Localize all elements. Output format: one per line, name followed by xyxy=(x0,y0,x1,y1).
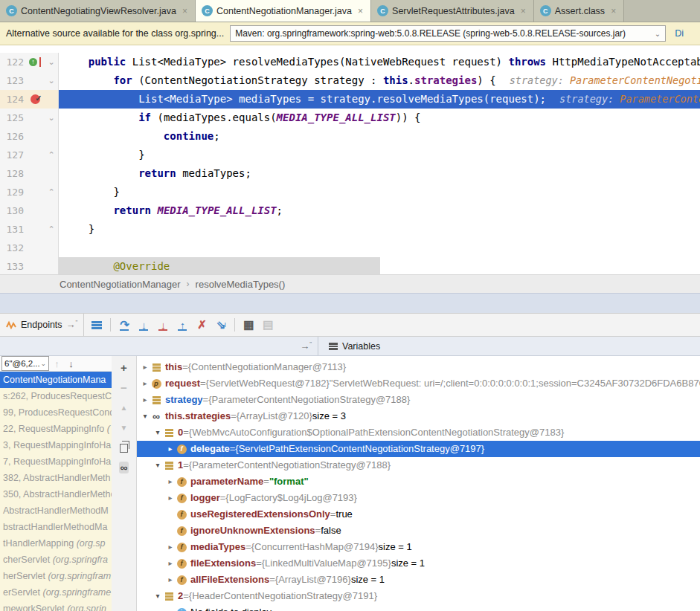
remove-watch-icon[interactable]: − xyxy=(117,381,132,394)
code-line[interactable]: 131⌃ } xyxy=(0,220,700,239)
close-tab-icon[interactable]: × xyxy=(521,6,526,16)
show-execution-point-icon[interactable] xyxy=(89,317,105,333)
code-line[interactable]: 125⌄ if (mediaTypes.equals(MEDIA_TYPE_AL… xyxy=(0,109,700,127)
stack-frame-row[interactable]: meworkServlet (org.sprin xyxy=(0,601,112,611)
variable-row[interactable]: ▸fdelegate = {ServletPathExtensionConten… xyxy=(137,441,700,457)
variable-row[interactable]: ▸ffileExtensions = {LinkedMultiValueMap@… xyxy=(137,555,700,572)
code-line[interactable]: 126 continue; xyxy=(0,127,700,146)
variable-row[interactable]: fignoreUnknownExtensions = false xyxy=(137,523,700,539)
stack-frame-row[interactable]: 7, RequestMappingInfoHa xyxy=(0,453,112,470)
stack-frame-row[interactable]: 350, AbstractHandlerMetho xyxy=(0,486,112,502)
fold-marker-icon[interactable]: ⌃ xyxy=(46,220,57,239)
tree-chevron-icon[interactable]: ▸ xyxy=(140,392,150,408)
fold-marker-icon[interactable]: ⌃ xyxy=(46,146,57,164)
code-line[interactable]: 127⌃ } xyxy=(0,146,700,164)
close-tab-icon[interactable]: × xyxy=(182,6,187,16)
stack-frame-row[interactable]: AbstractHandlerMethodM xyxy=(0,502,112,519)
breadcrumb-item[interactable]: ContentNegotiationManager xyxy=(60,279,181,290)
tree-chevron-icon[interactable]: ▸ xyxy=(165,539,176,555)
editor-tab-inactive[interactable]: CServletRequestAttributes.java× xyxy=(371,0,534,22)
variable-row[interactable]: ▸prequest = {ServletWebRequest@7182} "Se… xyxy=(137,375,700,392)
variable-row[interactable]: ▾2 = {HeaderContentNegotiationStrategy@7… xyxy=(137,588,700,604)
fold-marker-icon[interactable]: ⌄ xyxy=(46,71,57,90)
tree-chevron-icon[interactable]: ▾ xyxy=(140,408,150,424)
code-line[interactable]: 129⌃ } xyxy=(0,183,700,201)
drop-frame-icon[interactable]: ✗ xyxy=(193,317,210,333)
variable-row[interactable]: ▸flogger = {LogFactory$Log4jLog@7193} xyxy=(137,490,700,506)
layout-settings-icon[interactable]: ▤ xyxy=(260,317,276,333)
move-watch-down-icon[interactable]: ▼ xyxy=(117,421,132,434)
disable-link[interactable]: Di xyxy=(675,28,684,39)
code-line[interactable]: 123⌄ for (ContentNegotiationStrategy str… xyxy=(0,71,700,90)
variable-row[interactable]: ▸this = {ContentNegotiationManager@7113} xyxy=(137,359,700,375)
stack-frame-row[interactable]: 99, ProducesRequestCond xyxy=(0,404,112,421)
stack-frame-row[interactable]: 382, AbstractHandlerMeth xyxy=(0,470,112,486)
variable-row[interactable]: fuseRegisteredExtensionsOnly = true xyxy=(137,506,700,523)
gutter-icon-slot[interactable] xyxy=(24,94,46,104)
stack-frame-row[interactable]: cherServlet (org.springfra xyxy=(0,552,112,568)
variable-row[interactable]: ▾0 = {WebMvcAutoConfiguration$OptionalPa… xyxy=(137,424,700,441)
evaluate-expression-icon[interactable]: ▦ xyxy=(240,317,257,333)
stack-frame-row[interactable]: tHandlerMapping (org.sp xyxy=(0,535,112,552)
frame-up-icon[interactable]: ↑ xyxy=(51,358,63,369)
source-jar-dropdown[interactable]: Maven: org.springframework:spring-web:5.… xyxy=(230,25,666,42)
implements-method-icon[interactable]: ↑ xyxy=(29,58,37,66)
fold-marker-icon[interactable]: ⌄ xyxy=(46,53,57,71)
step-out-icon[interactable]: ↑ xyxy=(174,317,190,333)
frame-down-icon[interactable]: ↓ xyxy=(65,358,77,369)
tree-chevron-icon[interactable]: ▾ xyxy=(152,457,163,473)
stack-frame-row[interactable]: bstractHandlerMethodMa xyxy=(0,519,112,535)
pin-arrow-icon[interactable]: → xyxy=(66,319,78,330)
variable-row[interactable]: ▸fallFileExtensions = {ArrayList@7196} s… xyxy=(137,572,700,588)
code-line[interactable]: 133 @Override xyxy=(0,257,700,274)
step-into-icon[interactable]: ↓ xyxy=(135,317,152,333)
close-tab-icon[interactable]: × xyxy=(611,6,616,16)
stack-frame-row[interactable]: ContentNegotiationMana xyxy=(0,372,112,388)
editor-tab-inactive[interactable]: CAssert.class× xyxy=(534,0,624,22)
run-to-cursor-icon[interactable]: ⇘I xyxy=(213,317,229,333)
stack-frame-row[interactable]: erServlet (org.springframe xyxy=(0,584,112,601)
variable-row[interactable]: ▸strategy = {ParameterContentNegotiation… xyxy=(137,392,700,408)
breadcrumb-item[interactable]: resolveMediaTypes() xyxy=(196,279,286,290)
pin-arrow-icon[interactable]: → xyxy=(300,340,312,352)
add-watch-icon[interactable]: + xyxy=(117,361,132,374)
tree-chevron-icon[interactable]: ▸ xyxy=(165,441,176,457)
variable-row[interactable]: ▸fmediaTypes = {ConcurrentHashMap@7194} … xyxy=(137,539,700,555)
breakpoint-icon[interactable] xyxy=(30,94,40,104)
code-line[interactable]: 124 List<MediaType> mediaTypes = strateg… xyxy=(0,90,700,109)
variable-row[interactable]: iNo fields to display xyxy=(137,604,700,611)
endpoints-tab[interactable]: Endpoints → xyxy=(0,314,84,336)
variable-row[interactable]: ▸fparameterName = "format" xyxy=(137,473,700,490)
tree-chevron-icon[interactable]: ▸ xyxy=(140,375,150,392)
fold-marker-icon[interactable]: ⌄ xyxy=(46,109,57,127)
code-line[interactable]: 130 return MEDIA_TYPE_ALL_LIST; xyxy=(0,201,700,220)
tab-variables[interactable]: Variables xyxy=(318,341,380,352)
code-line[interactable]: 128 return mediaTypes; xyxy=(0,164,700,183)
show-watches-icon[interactable]: ∞ xyxy=(117,461,132,474)
tree-chevron-icon[interactable]: ▾ xyxy=(152,424,163,441)
tree-chevron-icon[interactable]: ▸ xyxy=(140,359,150,375)
tree-chevron-icon[interactable]: ▾ xyxy=(152,588,163,604)
stack-frame-row[interactable]: s:262, ProducesRequestCo xyxy=(0,388,112,404)
tree-chevron-icon[interactable]: ▸ xyxy=(165,473,176,490)
stack-frame-row[interactable]: 3, RequestMappingInfoHa xyxy=(0,437,112,453)
fold-marker-icon[interactable]: ⌃ xyxy=(46,183,57,201)
thread-dropdown[interactable]: 6"@6,2... ⌄ xyxy=(1,356,49,371)
code-line[interactable]: 132 xyxy=(0,239,700,257)
stack-frame-row[interactable]: herServlet (org.springfram xyxy=(0,568,112,584)
force-step-into-icon[interactable]: ↓ xyxy=(155,317,171,333)
step-over-icon[interactable]: ↷ xyxy=(116,317,132,333)
gutter-icon-slot[interactable]: ↑ xyxy=(24,57,46,67)
close-tab-icon[interactable]: × xyxy=(358,6,363,16)
tree-chevron-icon[interactable]: ▸ xyxy=(165,572,176,588)
code-line[interactable]: 122↑⌄ public List<MediaType> resolveMedi… xyxy=(0,53,700,71)
move-watch-up-icon[interactable]: ▲ xyxy=(117,401,132,414)
variable-row[interactable]: ▾∞this.strategies = {ArrayList@7120} siz… xyxy=(137,408,700,424)
editor-tab-active[interactable]: CContentNegotiationManager.java× xyxy=(196,0,371,22)
variable-row[interactable]: ▾1 = {ParameterContentNegotiationStrateg… xyxy=(137,457,700,473)
tree-chevron-icon[interactable]: ▸ xyxy=(165,555,176,572)
tree-chevron-icon[interactable]: ▸ xyxy=(165,490,176,506)
stack-frame-row[interactable]: 22, RequestMappingInfo ( xyxy=(0,421,112,437)
duplicate-watch-icon[interactable] xyxy=(117,441,132,454)
code-editor[interactable]: 122↑⌄ public List<MediaType> resolveMedi… xyxy=(0,45,700,274)
